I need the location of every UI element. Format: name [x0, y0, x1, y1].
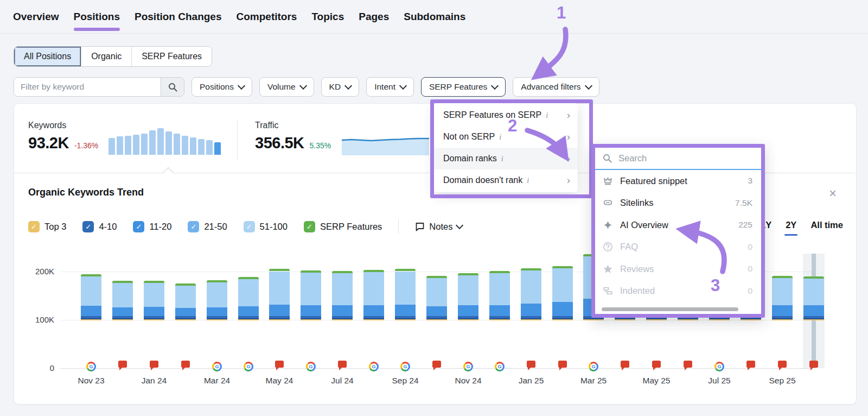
menu-item-not-on-serp[interactable]: Not on SERPi›: [434, 126, 578, 148]
google-update-marker[interactable]: G: [589, 362, 598, 371]
bar-segment-21-50: [803, 305, 824, 316]
submenu-item-count: 0: [748, 264, 752, 274]
bar-segment-11-20: [175, 316, 196, 318]
bar-segment-51-100: [301, 273, 321, 305]
bar-segment-21-50: [207, 307, 227, 316]
legend-toggle-top-3[interactable]: ✓Top 3: [28, 221, 66, 232]
tab-all-positions[interactable]: All Positions: [14, 47, 81, 66]
trend-bar[interactable]: [238, 0, 259, 368]
horizontal-scrollbar[interactable]: [602, 307, 738, 311]
note-marker[interactable]: [809, 361, 818, 368]
info-icon[interactable]: i: [546, 111, 548, 120]
note-marker[interactable]: [338, 361, 347, 368]
trend-bar[interactable]: [144, 0, 164, 368]
range-all-time[interactable]: All time: [810, 220, 843, 230]
google-update-marker[interactable]: G: [306, 362, 316, 371]
keywords-metric-change: -1.36%: [74, 141, 98, 150]
google-update-marker[interactable]: G: [212, 362, 222, 371]
trend-bar[interactable]: [207, 0, 227, 368]
bar-segment-11-20: [332, 316, 353, 318]
x-axis-tick: Jul 25: [698, 376, 741, 386]
trend-bar[interactable]: [269, 0, 290, 368]
note-marker[interactable]: [181, 361, 190, 368]
submenu-search-input[interactable]: [617, 153, 728, 164]
sparkline-bar: [149, 130, 156, 155]
trend-bar[interactable]: [363, 0, 384, 368]
trend-bar[interactable]: [803, 0, 824, 368]
note-marker[interactable]: [684, 361, 692, 368]
note-marker[interactable]: [621, 361, 629, 368]
trend-bar[interactable]: [175, 0, 196, 368]
time-range-selector: 1Y2YAll time: [761, 220, 843, 230]
bar-segment-11-20: [458, 316, 478, 318]
bar-segment-top-3: [552, 319, 573, 320]
submenu-item-count: 7.5K: [735, 198, 752, 208]
submenu-item-label: Featured snippet: [620, 176, 687, 186]
menu-item-domain-doesn-t-rank[interactable]: Domain doesn't ranki›: [434, 169, 578, 191]
submenu-item-sitelinks[interactable]: Sitelinks7.5K: [595, 192, 761, 215]
sparkline-bar: [214, 142, 221, 155]
menu-item-serp-features-on-serp[interactable]: SERP Features on SERPi›: [434, 104, 578, 126]
note-marker[interactable]: [778, 361, 787, 368]
note-marker[interactable]: [150, 361, 158, 368]
google-g-icon: G: [716, 363, 723, 370]
sparkline-bar: [165, 131, 172, 155]
google-g-icon: G: [88, 363, 94, 370]
x-axis-tick: Mar 24: [195, 376, 239, 386]
menu-item-domain-ranks[interactable]: Domain ranksi›: [434, 148, 578, 169]
info-icon[interactable]: i: [501, 154, 503, 163]
google-g-icon: G: [308, 363, 314, 370]
note-marker[interactable]: [527, 361, 535, 368]
trend-bar[interactable]: [112, 0, 133, 368]
keywords-metric-tab[interactable]: Keywords 93.2K -1.36%: [28, 121, 98, 152]
bar-segment-51-100: [207, 282, 227, 307]
menu-item-label: Not on SERP: [443, 132, 495, 142]
sparkline-bar: [133, 135, 139, 155]
trend-bar[interactable]: [772, 0, 793, 368]
bar-segment-21-50: [175, 308, 196, 316]
bar-segment-21-50: [301, 305, 321, 316]
bar-segment-top-3: [646, 319, 667, 320]
note-marker[interactable]: [558, 361, 567, 368]
google-update-marker[interactable]: G: [463, 362, 473, 371]
bar-segment-11-20: [426, 316, 447, 318]
x-axis-tick: Nov 23: [69, 376, 113, 386]
trend-bar[interactable]: [395, 0, 416, 368]
note-marker[interactable]: [118, 361, 127, 368]
bar-segment-51-100: [144, 282, 164, 307]
submenu-item-faq[interactable]: FAQ0: [595, 236, 761, 259]
nav-item-overview[interactable]: Overview: [13, 11, 59, 23]
info-icon[interactable]: i: [527, 176, 529, 185]
trend-bar[interactable]: [81, 0, 101, 368]
submenu-item-ai-overview[interactable]: AI Overview225: [595, 214, 761, 236]
trend-bar[interactable]: [332, 0, 353, 368]
google-update-marker[interactable]: G: [495, 362, 505, 371]
google-update-marker[interactable]: G: [369, 362, 379, 371]
note-marker[interactable]: [275, 361, 284, 368]
bar-segment-serp-features: [426, 276, 447, 278]
bar-segment-11-20: [803, 316, 824, 318]
submenu-item-indented[interactable]: Indented0: [595, 280, 761, 302]
bar-segment-top-3: [772, 319, 793, 320]
bar-segment-serp-features: [363, 270, 384, 272]
close-icon[interactable]: ×: [829, 187, 837, 200]
info-icon[interactable]: i: [499, 133, 501, 142]
bar-segment-top-3: [81, 319, 101, 320]
google-update-marker[interactable]: G: [244, 362, 253, 371]
google-update-marker[interactable]: G: [86, 362, 96, 371]
bar-segment-serp-features: [269, 269, 290, 271]
bar-segment-serp-features: [238, 277, 259, 279]
google-update-marker[interactable]: G: [714, 362, 724, 371]
traffic-metric-tab[interactable]: Traffic 356.5K 5.35%: [255, 121, 331, 152]
note-marker[interactable]: [652, 361, 661, 368]
bar-segment-top-3: [709, 319, 730, 320]
submenu-item-reviews[interactable]: Reviews0: [595, 258, 761, 280]
submenu-item-featured-snippet[interactable]: Featured snippet3: [595, 170, 761, 192]
google-update-marker[interactable]: G: [400, 362, 410, 371]
trend-bar[interactable]: [301, 0, 321, 368]
bar-segment-top-3: [741, 319, 761, 320]
annotation-step-3: 3: [711, 276, 720, 295]
note-marker[interactable]: [746, 361, 755, 368]
range-2y[interactable]: 2Y: [786, 220, 796, 230]
note-marker[interactable]: [432, 361, 441, 368]
